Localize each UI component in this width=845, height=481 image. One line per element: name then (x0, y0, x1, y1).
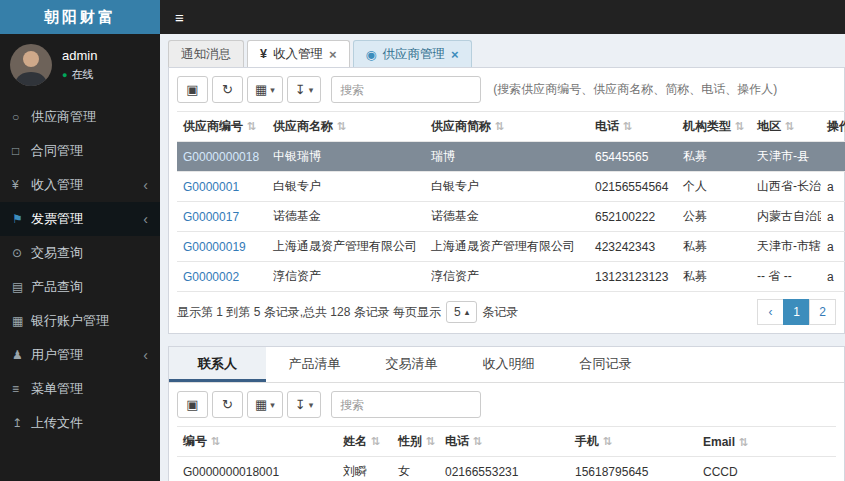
col-phone[interactable]: 电话⇅ (589, 112, 677, 142)
sort-icon: ⇅ (735, 120, 744, 132)
chevron-left-icon: ‹ (143, 347, 148, 363)
sidebar-item-suppliers[interactable]: ○ 供应商管理 (0, 100, 160, 134)
tab-contract-records[interactable]: 合同记录 (557, 347, 654, 382)
chevron-down-icon: ▾ (309, 85, 314, 95)
card-view-icon: ▣ (186, 82, 198, 97)
col-phone[interactable]: 电话⇅ (439, 427, 569, 457)
sort-icon: ⇅ (473, 435, 482, 447)
card-view-button[interactable]: ▣ (177, 76, 208, 103)
refresh-button[interactable]: ↻ (212, 391, 243, 418)
table-row[interactable]: G0000000018 中银瑞博 瑞博 65445565 私募 天津市-县 (177, 142, 845, 172)
card-view-button[interactable]: ▣ (177, 391, 208, 418)
export-button[interactable]: ↧ ▾ (287, 391, 321, 418)
sidebar-item-income[interactable]: ¥ 收入管理 ‹ (0, 168, 160, 202)
menu-icon: ≡ (12, 382, 31, 396)
export-button[interactable]: ↧ ▾ (287, 76, 321, 103)
sidebar-item-invoices[interactable]: ⚑ 发票管理 ‹ (0, 202, 160, 236)
supplier-panel: ▣ ↻ ▦ ▾ ↧ ▾ (搜索供应商编号、供应商名称、简称、电话、操作人) (168, 67, 845, 334)
sidebar-item-upload[interactable]: ↥ 上传文件 (0, 406, 160, 440)
user-icon: ♟ (12, 348, 31, 362)
supplier-search-input[interactable] (331, 76, 481, 103)
table-row[interactable]: G0000017 诺德基金 诺德基金 652100222 公募 内蒙古自治区 a (177, 202, 845, 232)
tab-product-list[interactable]: 产品清单 (266, 347, 363, 382)
list-icon: ▤ (12, 280, 31, 294)
columns-icon: ▦ (255, 397, 267, 412)
col-supplier-id[interactable]: 供应商编号⇅ (177, 112, 267, 142)
table-row[interactable]: G0000000018001 刘瞬 女 02166553231 15618795… (177, 457, 836, 481)
export-icon: ↧ (295, 82, 306, 97)
sidebar-item-menus[interactable]: ≡ 菜单管理 (0, 372, 160, 406)
sidebar-item-bank-accounts[interactable]: ▦ 银行账户管理 (0, 304, 160, 338)
grid-icon: ▦ (12, 314, 31, 328)
sort-icon: ⇅ (495, 120, 504, 132)
online-dot-icon: ● (62, 70, 67, 80)
chevron-down-icon: ▾ (309, 400, 314, 410)
tab-income-detail[interactable]: 收入明细 (460, 347, 557, 382)
close-icon[interactable]: × (451, 47, 459, 62)
supplier-table: 供应商编号⇅ 供应商名称⇅ 供应商简称⇅ 电话⇅ 机构类型⇅ 地区⇅ 操作人⇅ … (177, 111, 845, 292)
sidebar-menu: ○ 供应商管理 □ 合同管理 ¥ 收入管理 ‹ ⚑ 发票管理 ‹ ⊙ 交易查 (0, 100, 160, 440)
tab-contacts[interactable]: 联系人 (169, 347, 266, 382)
sidebar: admin ●在线 ○ 供应商管理 □ 合同管理 ¥ 收入管理 ‹ (0, 34, 160, 481)
sidebar-toggle-icon[interactable]: ≡ (175, 9, 184, 26)
chevron-left-icon: ‹ (143, 177, 148, 193)
chevron-up-icon: ▴ (465, 307, 470, 317)
chevron-down-icon: ▾ (270, 400, 275, 410)
table-row[interactable]: G0000001 白银专户 白银专户 02156554564 个人 山西省-长治… (177, 172, 845, 202)
col-gender[interactable]: 性别⇅ (392, 427, 439, 457)
col-org-type[interactable]: 机构类型⇅ (677, 112, 751, 142)
col-supplier-name[interactable]: 供应商名称⇅ (267, 112, 425, 142)
sort-icon: ⇅ (247, 120, 256, 132)
col-mobile[interactable]: 手机⇅ (569, 427, 697, 457)
col-name[interactable]: 姓名⇅ (337, 427, 392, 457)
col-email[interactable]: Email⇅ (697, 427, 836, 457)
detail-panel: 联系人 产品清单 交易清单 收入明细 合同记录 ▣ ↻ ▦ ▾ ↧ (168, 346, 845, 481)
avatar (10, 44, 52, 86)
page-prev-button[interactable]: ‹ (757, 299, 784, 325)
refresh-icon: ↻ (222, 82, 233, 97)
sort-icon: ⇅ (623, 120, 632, 132)
col-region[interactable]: 地区⇅ (751, 112, 821, 142)
sort-icon: ⇅ (426, 435, 435, 447)
sidebar-item-transactions[interactable]: ⊙ 交易查询 (0, 236, 160, 270)
columns-button[interactable]: ▦ ▾ (247, 391, 283, 418)
pagination-summary-suffix: 条记录 (482, 304, 518, 321)
record-icon: ◉ (366, 47, 377, 62)
sidebar-item-contracts[interactable]: □ 合同管理 (0, 134, 160, 168)
sort-icon: ⇅ (371, 435, 380, 447)
brand-logo: 朝阳财富 (0, 0, 160, 34)
tab-income[interactable]: ¥ 收入管理 × (247, 40, 350, 67)
table-row[interactable]: G00000019 上海通晟资产管理有限公司 上海通晟资产管理有限公司 4232… (177, 232, 845, 262)
card-view-icon: ▣ (186, 397, 198, 412)
supplier-table-header: 供应商编号⇅ 供应商名称⇅ 供应商简称⇅ 电话⇅ 机构类型⇅ 地区⇅ 操作人⇅ (177, 112, 845, 142)
tab-suppliers[interactable]: ◉ 供应商管理 × (353, 40, 472, 67)
upload-icon: ↥ (12, 416, 31, 430)
page-1-button[interactable]: 1 (783, 299, 810, 325)
sidebar-item-products[interactable]: ▤ 产品查询 (0, 270, 160, 304)
close-icon[interactable]: × (329, 47, 337, 62)
table-row[interactable]: G0000002 淳信资产 淳信资产 13123123123 私募 -- 省 -… (177, 262, 845, 292)
circle-icon: ○ (12, 110, 31, 124)
col-contact-id[interactable]: 编号⇅ (177, 427, 337, 457)
supplier-toolbar: ▣ ↻ ▦ ▾ ↧ ▾ (搜索供应商编号、供应商名称、简称、电话、操作人) (177, 76, 836, 103)
sidebar-item-users[interactable]: ♟ 用户管理 ‹ (0, 338, 160, 372)
search-hint: (搜索供应商编号、供应商名称、简称、电话、操作人) (493, 81, 777, 98)
top-bar: 朝阳财富 ≡ (0, 0, 845, 34)
page-2-button[interactable]: 2 (809, 299, 836, 325)
contact-search-input[interactable] (331, 391, 481, 418)
columns-button[interactable]: ▦ ▾ (247, 76, 283, 103)
columns-icon: ▦ (255, 82, 267, 97)
chevron-left-icon: ‹ (143, 211, 148, 227)
detail-tabs: 联系人 产品清单 交易清单 收入明细 合同记录 (169, 347, 844, 383)
user-panel: admin ●在线 (0, 34, 160, 94)
yen-icon: ¥ (12, 178, 31, 192)
tab-notifications[interactable]: 通知消息 (168, 40, 244, 67)
target-icon: ⊙ (12, 246, 31, 260)
export-icon: ↧ (295, 397, 306, 412)
refresh-button[interactable]: ↻ (212, 76, 243, 103)
per-page-select[interactable]: 5 ▴ (446, 301, 477, 323)
col-supplier-short[interactable]: 供应商简称⇅ (425, 112, 589, 142)
tab-transaction-list[interactable]: 交易清单 (363, 347, 460, 382)
col-operator[interactable]: 操作人⇅ (821, 112, 845, 142)
yen-icon: ¥ (260, 47, 267, 61)
